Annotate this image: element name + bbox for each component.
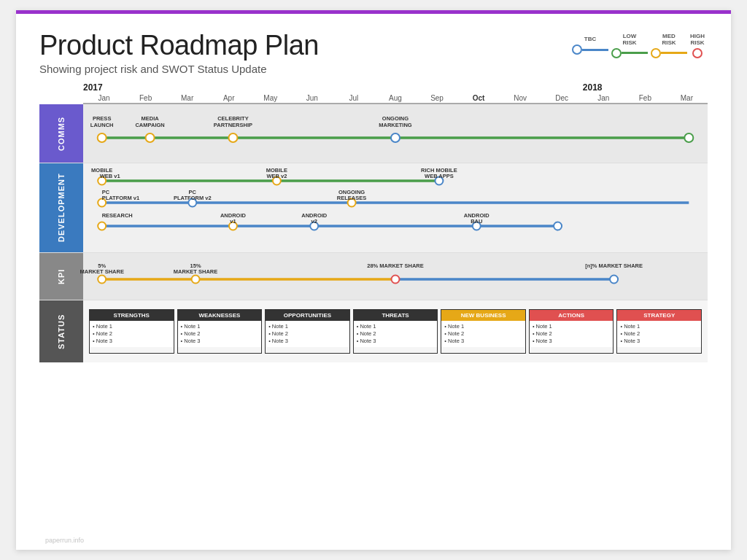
status-col-weaknesses: WEAKNESSES • Note 1• Note 2• Note 3 [177, 309, 263, 354]
svg-text:MARKET SHARE: MARKET SHARE [174, 268, 217, 275]
development-content: MOBILE WEB v1 MOBILE WEB v2 RICH MOBILE … [83, 163, 708, 252]
month-feb-2018: Feb [624, 93, 666, 104]
svg-text:RESEARCH: RESEARCH [102, 212, 133, 219]
accent-bar [16, 10, 731, 14]
month-oct: Oct [458, 93, 500, 104]
risk-med: MEDRISK [651, 34, 687, 58]
svg-point-53 [610, 275, 618, 283]
status-content: STRENGTHS • Note 1• Note 2• Note 3 WEAKN… [83, 300, 708, 362]
strategy-header: STRATEGY [617, 310, 701, 321]
high-dot [692, 48, 703, 58]
actions-body: • Note 1• Note 2• Note 3 [530, 321, 614, 347]
threats-header: THREATS [354, 310, 438, 321]
timeline-area: 2017 2018 Jan Feb Mar Apr May Jun Jul Au… [39, 82, 708, 362]
new-business-header: NEW BUSINESS [441, 310, 525, 321]
tbc-line [582, 49, 608, 51]
svg-text:ONGOING: ONGOING [382, 115, 409, 122]
status-row: STATUS STRENGTHS • Note 1• Note 2• Note … [39, 300, 708, 362]
svg-text:BAU: BAU [471, 218, 482, 225]
svg-point-4 [391, 133, 400, 142]
status-table: STRENGTHS • Note 1• Note 2• Note 3 WEAKN… [86, 305, 705, 358]
risk-legend: TBC LOWRISK MEDRISK HIGHRISK [572, 34, 708, 58]
risk-tbc: TBC [572, 36, 608, 55]
comms-gantt: PRESS LAUNCH MEDIA CAMPAIGN CELEBRITY PA… [83, 107, 708, 157]
risk-high: HIGHRISK [690, 34, 705, 58]
page-subtitle: Showing project risk and SWOT Status Upd… [39, 63, 708, 75]
status-col-strengths: STRENGTHS • Note 1• Note 2• Note 3 [89, 309, 174, 354]
kpi-content: 5% MARKET SHARE 15% MARKET SHARE 28% MAR… [83, 253, 708, 300]
actions-header: ACTIONS [530, 310, 614, 321]
month-mar: Mar [166, 93, 208, 104]
weaknesses-body: • Note 1• Note 2• Note 3 [178, 321, 262, 347]
month-jul: Jul [333, 93, 374, 104]
new-business-body: • Note 1• Note 2• Note 3 [441, 321, 525, 347]
low-line [622, 52, 648, 54]
comms-label: COMMS [39, 104, 83, 163]
development-gantt: MOBILE WEB v1 MOBILE WEB v2 RICH MOBILE … [83, 166, 708, 246]
svg-point-50 [98, 275, 106, 283]
svg-text:LAUNCH: LAUNCH [90, 122, 114, 128]
opportunities-body: • Note 1• Note 2• Note 3 [266, 321, 349, 347]
strengths-header: STRENGTHS [90, 310, 174, 321]
month-aug: Aug [374, 93, 416, 104]
svg-text:WEB v1: WEB v1 [100, 173, 120, 179]
month-jan-2017: Jan [83, 93, 125, 104]
month-sep: Sep [417, 93, 458, 104]
strategy-body: • Note 1• Note 2• Note 3 [617, 321, 701, 347]
svg-text:PRESS: PRESS [93, 115, 111, 122]
svg-point-1 [98, 133, 107, 142]
month-dec: Dec [541, 93, 583, 104]
month-apr: Apr [208, 93, 249, 104]
med-dot [651, 48, 661, 58]
kpi-label: KPI [39, 253, 83, 300]
weaknesses-header: WEAKNESSES [178, 310, 262, 321]
slide: Product Roadmap Plan Showing project ris… [16, 10, 731, 550]
risk-low: LOWRISK [611, 34, 648, 58]
svg-text:PARTNERSHIP: PARTNERSHIP [214, 122, 252, 128]
svg-text:PLATFORM v2: PLATFORM v2 [174, 195, 212, 201]
svg-point-51 [192, 275, 200, 283]
status-col-strategy: STRATEGY • Note 1• Note 2• Note 3 [616, 309, 702, 354]
svg-text:WEB v2: WEB v2 [266, 173, 287, 179]
svg-point-52 [392, 275, 400, 283]
svg-text:PLATFORM v1: PLATFORM v1 [102, 195, 140, 201]
month-mar-2018: Mar [666, 93, 708, 104]
kpi-gantt: 5% MARKET SHARE 15% MARKET SHARE 28% MAR… [83, 256, 708, 294]
svg-point-2 [146, 133, 155, 142]
status-col-new-business: NEW BUSINESS • Note 1• Note 2• Note 3 [441, 309, 526, 354]
svg-text:CAMPAIGN: CAMPAIGN [135, 122, 164, 128]
status-col-actions: ACTIONS • Note 1• Note 2• Note 3 [529, 309, 614, 354]
year-2017: 2017 [83, 82, 103, 93]
tbc-dot [572, 44, 582, 55]
kpi-row: KPI 5% MARKET SHARE 15% MARKET SHA [39, 253, 708, 300]
svg-point-35 [98, 222, 106, 230]
med-line [661, 52, 687, 54]
status-col-opportunities: OPPORTUNITIES • Note 1• Note 2• Note 3 [265, 309, 350, 354]
month-nov: Nov [500, 93, 541, 104]
low-dot [611, 48, 622, 58]
svg-point-3 [228, 133, 237, 142]
svg-point-5 [684, 133, 693, 142]
svg-text:RELEASES: RELEASES [337, 195, 366, 201]
month-feb: Feb [125, 93, 166, 104]
svg-text:v2: v2 [311, 218, 317, 225]
status-col-threats: THREATS • Note 1• Note 2• Note 3 [353, 309, 438, 354]
svg-text:MARKETING: MARKETING [379, 122, 412, 128]
svg-text:v1: v1 [230, 218, 236, 225]
svg-text:MEDIA: MEDIA [142, 115, 160, 122]
svg-text:[n]% MARKET SHARE: [n]% MARKET SHARE [585, 262, 643, 269]
month-may: May [249, 93, 291, 104]
svg-text:CELEBRITY: CELEBRITY [217, 115, 249, 122]
svg-point-39 [554, 222, 562, 230]
svg-text:WEB APPS: WEB APPS [425, 173, 454, 179]
development-row: DEVELOPMENT MOBILE WEB v1 MOBILE WEB v2 … [39, 163, 708, 253]
month-jan-2018: Jan [583, 93, 624, 104]
comms-content: PRESS LAUNCH MEDIA CAMPAIGN CELEBRITY PA… [83, 104, 708, 163]
threats-body: • Note 1• Note 2• Note 3 [354, 321, 438, 347]
comms-row: COMMS PRESS LAUNCH [39, 104, 708, 163]
svg-text:MARKET SHARE: MARKET SHARE [80, 268, 123, 275]
month-jun: Jun [291, 93, 333, 104]
development-label: DEVELOPMENT [39, 163, 83, 252]
month-row: Jan Feb Mar Apr May Jun Jul Aug Sep Oct … [83, 93, 708, 104]
year-2018: 2018 [583, 82, 603, 93]
